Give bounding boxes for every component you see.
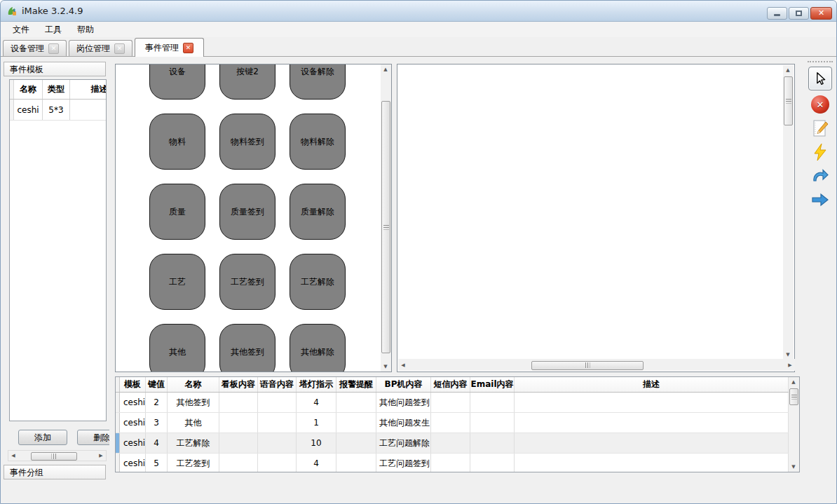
- tab-label: 设备管理: [11, 43, 44, 55]
- design-horizontal-scrollbar[interactable]: ◀ ▶: [398, 359, 795, 371]
- cell: 工艺解除: [168, 433, 219, 453]
- event-button[interactable]: 物料解除: [290, 114, 346, 170]
- cell: ceshi: [120, 413, 146, 433]
- event-button-canvas: 设备按键2设备解除物料物料签到物料解除质量质量签到质量解除工艺工艺签到工艺解除其…: [115, 64, 392, 372]
- trigger-tool-button[interactable]: [810, 142, 830, 162]
- title-bar[interactable]: iMake 3.2.4.9 ✕: [1, 1, 836, 22]
- template-desc: [70, 100, 107, 120]
- event-button[interactable]: 物料: [149, 114, 205, 170]
- column-header[interactable]: 短信内容: [431, 377, 470, 392]
- template-type: 5*3: [43, 100, 70, 120]
- redo-arrow-icon: [812, 168, 829, 184]
- tab-label: 事件管理: [145, 42, 179, 54]
- scroll-down-icon[interactable]: ▼: [381, 362, 390, 372]
- column-header[interactable]: 描述: [515, 377, 789, 392]
- event-table-row[interactable]: ceshi3其他1其他问题发生: [116, 413, 789, 433]
- event-button[interactable]: 物料签到: [219, 114, 275, 170]
- delete-button[interactable]: 删除: [77, 430, 109, 445]
- column-header[interactable]: 看板内容: [219, 377, 258, 392]
- tab-device-management[interactable]: 设备管理 ✕: [3, 40, 67, 56]
- column-header[interactable]: 塔灯指示: [297, 377, 336, 392]
- maximize-button[interactable]: [789, 7, 809, 20]
- cell: 10: [297, 433, 336, 453]
- table-vertical-scrollbar[interactable]: ▲ ▼: [789, 377, 799, 472]
- event-button[interactable]: 其他签到: [219, 324, 275, 372]
- minimize-icon: [774, 14, 780, 16]
- scrollbar-thumb[interactable]: [381, 101, 390, 353]
- event-button[interactable]: 工艺解除: [290, 254, 346, 310]
- design-vertical-scrollbar[interactable]: ▲ ▼: [783, 65, 794, 360]
- toolbar-grip[interactable]: [808, 61, 833, 62]
- template-row[interactable]: ceshi 5*3: [10, 100, 106, 121]
- event-table-row[interactable]: ceshi2其他签到4其他问题签到: [116, 393, 789, 413]
- scroll-up-icon[interactable]: ▲: [789, 377, 798, 387]
- event-button[interactable]: 设备: [149, 64, 205, 100]
- redo-tool-button[interactable]: [810, 166, 830, 186]
- column-header[interactable]: 报警提醒: [336, 377, 376, 392]
- minimize-button[interactable]: [767, 7, 787, 20]
- menu-tools[interactable]: 工具: [37, 22, 69, 38]
- delete-tool-button[interactable]: ✕: [810, 95, 830, 114]
- tab-event-management[interactable]: 事件管理 ✕: [135, 38, 204, 57]
- column-header-name[interactable]: 名称: [14, 80, 43, 99]
- cell: [431, 413, 470, 433]
- event-button[interactable]: 质量: [149, 184, 205, 240]
- column-header[interactable]: 键值: [146, 377, 168, 392]
- column-header[interactable]: Email内容: [470, 377, 515, 392]
- event-templates-header[interactable]: 事件模板: [4, 62, 106, 76]
- event-button[interactable]: 工艺: [149, 254, 205, 310]
- tab-close-icon[interactable]: ✕: [114, 43, 125, 54]
- event-button[interactable]: 质量解除: [290, 184, 346, 240]
- scroll-left-icon[interactable]: ◀: [398, 360, 408, 370]
- event-groups-header[interactable]: 事件分组: [4, 465, 106, 479]
- column-header-type[interactable]: 类型: [43, 80, 70, 99]
- template-table: 名称 类型 描述 ceshi 5*3: [9, 79, 107, 421]
- event-button[interactable]: 质量签到: [219, 184, 275, 240]
- scrollbar-thumb[interactable]: [784, 76, 793, 125]
- select-tool-button[interactable]: [808, 67, 832, 90]
- scroll-right-icon[interactable]: ▶: [785, 360, 795, 370]
- tab-close-icon[interactable]: ✕: [48, 43, 59, 54]
- event-button[interactable]: 工艺签到: [219, 254, 275, 310]
- cell: 4: [297, 454, 336, 472]
- event-button[interactable]: 其他解除: [290, 324, 346, 372]
- column-header[interactable]: 语音内容: [258, 377, 297, 392]
- scroll-up-icon[interactable]: ▲: [783, 65, 793, 75]
- event-table-row[interactable]: ceshi4工艺解除10工艺问题解除: [116, 433, 789, 454]
- tab-position-management[interactable]: 岗位管理 ✕: [69, 40, 132, 56]
- canvas-vertical-scrollbar[interactable]: ▲ ▼: [381, 64, 391, 372]
- column-header-desc[interactable]: 描述: [70, 80, 107, 99]
- cell: [515, 393, 789, 412]
- column-header[interactable]: 模板: [120, 377, 146, 392]
- scroll-down-icon[interactable]: ▼: [783, 350, 793, 360]
- event-button[interactable]: 设备解除: [290, 64, 346, 100]
- design-canvas[interactable]: ▲ ▼ ◀ ▶: [397, 64, 795, 372]
- scrollbar-thumb[interactable]: [531, 361, 644, 370]
- column-header[interactable]: BP机内容: [376, 377, 431, 392]
- event-table-body: ceshi2其他签到4其他问题签到ceshi3其他1其他问题发生ceshi4工艺…: [116, 393, 789, 472]
- template-name: ceshi: [14, 100, 43, 120]
- event-table-row[interactable]: ceshi5工艺签到4工艺问题签到: [116, 454, 789, 472]
- tab-close-icon[interactable]: ✕: [183, 43, 193, 53]
- forward-tool-button[interactable]: [810, 190, 830, 210]
- close-button[interactable]: ✕: [810, 7, 832, 20]
- scroll-left-icon[interactable]: ◀: [8, 451, 18, 461]
- scroll-down-icon[interactable]: ▼: [789, 462, 798, 472]
- sidebar-horizontal-scrollbar[interactable]: ◀ ▶: [8, 450, 107, 461]
- add-button[interactable]: 添加: [18, 430, 67, 445]
- cell: [431, 433, 470, 453]
- event-button[interactable]: 其他: [149, 324, 205, 372]
- cell: [515, 433, 789, 453]
- menu-file[interactable]: 文件: [5, 22, 37, 38]
- cell: [219, 413, 258, 433]
- scrollbar-thumb[interactable]: [789, 388, 798, 405]
- menu-help[interactable]: 帮助: [69, 22, 102, 38]
- scroll-right-icon[interactable]: ▶: [96, 451, 106, 461]
- event-button[interactable]: 按键2: [219, 64, 275, 100]
- column-header[interactable]: 名称: [168, 377, 219, 392]
- cell: 工艺问题解除: [376, 433, 431, 453]
- event-table: 模板键值名称看板内容语音内容塔灯指示报警提醒BP机内容短信内容Email内容描述…: [115, 376, 800, 472]
- edit-tool-button[interactable]: [810, 118, 830, 138]
- scrollbar-thumb[interactable]: [31, 452, 77, 461]
- scroll-up-icon[interactable]: ▲: [381, 64, 390, 74]
